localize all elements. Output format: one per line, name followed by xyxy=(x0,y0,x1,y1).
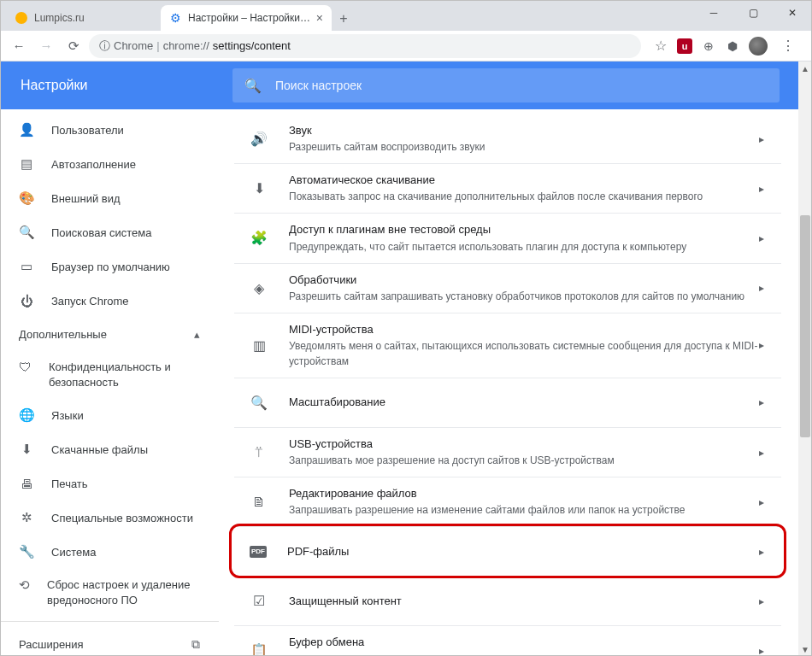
row-subtitle: Уведомлять меня о сайтах, пытающихся исп… xyxy=(289,338,759,369)
extension-icons: ☆ u ⊕ ⬢ ⋮ xyxy=(644,37,805,56)
browser-icon: ▭ xyxy=(19,259,34,274)
autofill-icon: ▤ xyxy=(19,156,34,172)
url-path: settings/content xyxy=(213,39,291,52)
window-maximize-button[interactable]: ▢ xyxy=(733,0,773,26)
usb-icon: ⍡ xyxy=(250,445,268,460)
favicon-settings-icon: ⚙ xyxy=(169,12,181,24)
content-row-clipboard[interactable]: 📋Буфер обменаЗапрашивать разрешение на д… xyxy=(234,626,781,656)
sidebar-item-privacy[interactable]: 🛡Конфиденциальность и безопасность xyxy=(0,351,219,398)
content-row-plugin[interactable]: 🧩Доступ к плагинам вне тестовой средыПре… xyxy=(234,214,781,263)
profile-avatar[interactable] xyxy=(749,37,768,56)
page-scrollbar[interactable]: ▲ ▼ xyxy=(798,62,812,656)
sidebar-item-appearance[interactable]: 🎨Внешний вид xyxy=(0,181,219,215)
extension-cube-icon[interactable]: ⬢ xyxy=(725,38,740,54)
content-row-download[interactable]: ⬇Автоматическое скачиваниеПоказывать зап… xyxy=(234,164,781,214)
row-title: Звук xyxy=(289,123,759,138)
reload-button[interactable]: ⟳ xyxy=(62,34,85,58)
browser-tab-lumpics[interactable]: Lumpics.ru xyxy=(7,5,161,31)
search-icon: 🔍 xyxy=(19,225,34,240)
chevron-right-icon: ▸ xyxy=(759,396,764,408)
open-external-icon: ⧉ xyxy=(191,637,200,652)
row-subtitle: Показывать запрос на скачивание дополнит… xyxy=(289,189,759,204)
bookmark-star-icon[interactable]: ☆ xyxy=(653,38,668,54)
sidebar-item-on-startup[interactable]: ⏻Запуск Chrome xyxy=(0,284,219,318)
sidebar-advanced-toggle[interactable]: Дополнительные ▴ xyxy=(0,318,219,351)
chevron-right-icon: ▸ xyxy=(759,595,764,607)
forward-button[interactable]: → xyxy=(34,34,58,58)
plugin-icon: 🧩 xyxy=(250,230,268,246)
window-close-button[interactable]: ✕ xyxy=(773,0,812,26)
shield-icon: 🛡 xyxy=(19,360,32,374)
content-row-usb[interactable]: ⍡USB-устройстваЗапрашивать мое разрешени… xyxy=(234,428,781,477)
content-row-protected[interactable]: ☑Защищенный контент▸ xyxy=(234,577,781,626)
chevron-right-icon: ▸ xyxy=(759,282,764,294)
site-info-icon[interactable]: ⓘ xyxy=(99,38,110,54)
chevron-right-icon: ▸ xyxy=(759,183,764,195)
ublock-icon[interactable]: u xyxy=(677,38,692,54)
chevron-right-icon: ▸ xyxy=(759,232,764,244)
download-icon: ⬇ xyxy=(250,180,268,196)
pdf-icon: PDF xyxy=(250,546,267,558)
back-button[interactable]: ← xyxy=(7,34,31,58)
row-title: Масштабирование xyxy=(289,395,385,410)
wrench-icon: 🔧 xyxy=(19,544,34,559)
chevron-right-icon: ▸ xyxy=(759,133,764,145)
scrollbar-thumb[interactable] xyxy=(800,215,810,437)
scroll-down-icon[interactable]: ▼ xyxy=(798,642,812,656)
sidebar-item-search-engine[interactable]: 🔍Поисковая система xyxy=(0,215,219,249)
window-minimize-button[interactable]: ─ xyxy=(694,0,733,26)
content-settings-main: 🔊ЗвукРазрешить сайтам воспроизводить зву… xyxy=(219,109,812,656)
settings-header: Настройки 🔍 xyxy=(0,62,812,109)
chevron-right-icon: ▸ xyxy=(759,339,764,351)
row-subtitle: Предупреждать, что сайт пытается использ… xyxy=(289,239,759,255)
sidebar-item-default-browser[interactable]: ▭Браузер по умолчанию xyxy=(0,249,219,284)
chevron-up-icon: ▴ xyxy=(194,328,200,341)
row-title: Автоматическое скачивание xyxy=(289,173,759,188)
sound-icon: 🔊 xyxy=(250,131,268,147)
content-row-handlers[interactable]: ◈ОбработчикиРазрешить сайтам запрашивать… xyxy=(234,264,781,313)
row-subtitle: Запрашивать мое разрешение на доступ сай… xyxy=(289,453,759,468)
sidebar-item-reset[interactable]: ⟲Сброс настроек и удаление вредоносного … xyxy=(0,569,219,616)
row-title: Обработчики xyxy=(289,272,759,288)
settings-title: Настройки xyxy=(21,78,232,93)
clipboard-icon: 📋 xyxy=(250,642,268,656)
url-scheme-label: Chrome xyxy=(114,39,153,52)
sidebar-item-users[interactable]: 👤Пользователи xyxy=(0,113,219,147)
content-settings-card: 🔊ЗвукРазрешить сайтам воспроизводить зву… xyxy=(234,114,781,656)
new-tab-button[interactable]: + xyxy=(332,7,356,31)
sidebar-item-languages[interactable]: 🌐Языки xyxy=(0,398,219,432)
browser-menu-button[interactable]: ⋮ xyxy=(776,38,800,54)
sidebar-item-extensions[interactable]: Расширения ⧉ xyxy=(0,627,219,656)
settings-search[interactable]: 🔍 xyxy=(232,68,780,102)
row-subtitle: Разрешить сайтам воспроизводить звуки xyxy=(289,139,759,155)
print-icon: 🖶 xyxy=(19,477,34,491)
content-row-pdf[interactable]: PDFPDF-файлы▸ xyxy=(234,527,781,577)
sidebar-item-accessibility[interactable]: ✲Специальные возможности xyxy=(0,501,219,535)
content-row-file-edit[interactable]: 🗎Редактирование файловЗапрашивать разреш… xyxy=(234,477,781,527)
sidebar-item-print[interactable]: 🖶Печать xyxy=(0,466,219,501)
row-title: PDF-файлы xyxy=(287,544,349,559)
sidebar-item-downloads[interactable]: ⬇Скачанные файлы xyxy=(0,432,219,466)
midi-icon: ▥ xyxy=(250,337,268,354)
address-bar[interactable]: ⓘ Chrome | chrome://settings/content xyxy=(89,34,641,58)
content-row-zoom[interactable]: 🔍Масштабирование▸ xyxy=(234,378,781,428)
chevron-right-icon: ▸ xyxy=(759,447,764,459)
globe-icon: 🌐 xyxy=(19,407,34,423)
favicon-lumpics xyxy=(15,12,27,24)
sidebar-item-system[interactable]: 🔧Система xyxy=(0,535,219,569)
browser-tab-settings[interactable]: ⚙ Настройки – Настройки сайта × xyxy=(161,5,332,31)
row-title: Редактирование файлов xyxy=(289,486,759,501)
scroll-up-icon[interactable]: ▲ xyxy=(798,62,812,75)
content-row-sound[interactable]: 🔊ЗвукРазрешить сайтам воспроизводить зву… xyxy=(234,114,781,164)
chevron-right-icon: ▸ xyxy=(759,645,764,656)
content-row-midi[interactable]: ▥MIDI-устройстваУведомлять меня о сайтах… xyxy=(234,313,781,378)
reset-icon: ⟲ xyxy=(19,577,30,593)
settings-search-input[interactable] xyxy=(275,79,768,92)
settings-page: Настройки 🔍 👤Пользователи ▤Автозаполнени… xyxy=(0,62,812,656)
row-subtitle: Запрашивать разрешение на доступ xyxy=(289,652,759,657)
sidebar-item-autofill[interactable]: ▤Автозаполнение xyxy=(0,147,219,181)
extension-globe-icon[interactable]: ⊕ xyxy=(701,38,716,54)
row-subtitle: Запрашивать разрешение на изменение сайт… xyxy=(289,502,759,518)
row-subtitle: Разрешить сайтам запрашивать установку о… xyxy=(289,289,759,304)
tab-close-icon[interactable]: × xyxy=(316,11,323,25)
